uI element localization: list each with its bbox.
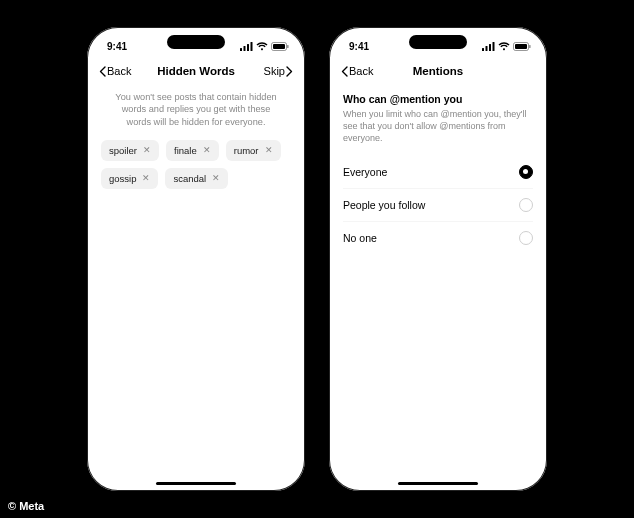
image-credit: © Meta <box>8 500 44 512</box>
phone-mentions: 9:41 Back Mentions Who can @mention you … <box>326 24 550 494</box>
chip-label: gossip <box>109 173 136 184</box>
svg-rect-5 <box>273 44 285 49</box>
stage: 9:41 Back Hidden Words Skip You won't se… <box>0 0 634 518</box>
back-label: Back <box>107 65 131 77</box>
svg-rect-0 <box>240 48 242 51</box>
dynamic-island <box>409 35 467 49</box>
nav-bar: Back Hidden Words Skip <box>87 61 305 85</box>
content-area: You won't see posts that contain hidden … <box>87 85 305 491</box>
close-icon[interactable]: ✕ <box>203 146 211 155</box>
radio-button[interactable] <box>519 198 533 212</box>
svg-rect-7 <box>482 48 484 51</box>
cellular-icon <box>482 42 495 51</box>
close-icon[interactable]: ✕ <box>143 146 151 155</box>
phone-hidden-words: 9:41 Back Hidden Words Skip You won't se… <box>84 24 308 494</box>
chevron-right-icon <box>286 66 293 77</box>
chip-label: spoiler <box>109 145 137 156</box>
chip-label: scandal <box>173 173 206 184</box>
battery-icon <box>271 42 289 51</box>
svg-rect-8 <box>486 46 488 51</box>
status-time: 9:41 <box>107 41 127 52</box>
status-indicators <box>240 42 289 51</box>
svg-rect-9 <box>489 44 491 51</box>
description-text: You won't see posts that contain hidden … <box>101 91 291 140</box>
svg-rect-3 <box>251 42 253 51</box>
hidden-words-chips: spoiler✕finale✕rumor✕gossip✕scandal✕ <box>101 140 291 189</box>
hidden-word-chip[interactable]: rumor✕ <box>226 140 281 161</box>
option-label: No one <box>343 232 377 244</box>
svg-rect-2 <box>247 44 249 51</box>
wifi-icon <box>498 42 510 51</box>
option-label: People you follow <box>343 199 425 211</box>
mention-option[interactable]: Everyone <box>343 156 533 189</box>
skip-button[interactable]: Skip <box>255 65 293 77</box>
mention-options-list: EveryonePeople you followNo one <box>343 156 533 254</box>
svg-rect-12 <box>515 44 527 49</box>
status-indicators <box>482 42 531 51</box>
svg-rect-10 <box>493 42 495 51</box>
section-title: Who can @mention you <box>343 91 533 105</box>
wifi-icon <box>256 42 268 51</box>
radio-button[interactable] <box>519 231 533 245</box>
chevron-left-icon <box>99 66 106 77</box>
hidden-word-chip[interactable]: spoiler✕ <box>101 140 159 161</box>
home-indicator[interactable] <box>156 482 236 486</box>
svg-rect-1 <box>244 46 246 51</box>
hidden-word-chip[interactable]: scandal✕ <box>165 168 228 189</box>
battery-icon <box>513 42 531 51</box>
chevron-left-icon <box>341 66 348 77</box>
hidden-word-chip[interactable]: finale✕ <box>166 140 219 161</box>
hidden-word-chip[interactable]: gossip✕ <box>101 168 158 189</box>
home-indicator[interactable] <box>398 482 478 486</box>
content-area: Who can @mention you When you limit who … <box>329 85 547 491</box>
section-subtitle: When you limit who can @mention you, the… <box>343 105 533 156</box>
option-label: Everyone <box>343 166 387 178</box>
cellular-icon <box>240 42 253 51</box>
close-icon[interactable]: ✕ <box>265 146 273 155</box>
skip-label: Skip <box>264 65 285 77</box>
nav-bar: Back Mentions <box>329 61 547 85</box>
status-time: 9:41 <box>349 41 369 52</box>
radio-button[interactable] <box>519 165 533 179</box>
svg-rect-13 <box>529 45 530 48</box>
back-button[interactable]: Back <box>99 65 137 77</box>
dynamic-island <box>167 35 225 49</box>
mention-option[interactable]: No one <box>343 222 533 254</box>
chip-label: finale <box>174 145 197 156</box>
svg-rect-6 <box>287 45 288 48</box>
chip-label: rumor <box>234 145 259 156</box>
close-icon[interactable]: ✕ <box>142 174 150 183</box>
close-icon[interactable]: ✕ <box>212 174 220 183</box>
back-label: Back <box>349 65 373 77</box>
mention-option[interactable]: People you follow <box>343 189 533 222</box>
back-button[interactable]: Back <box>341 65 379 77</box>
